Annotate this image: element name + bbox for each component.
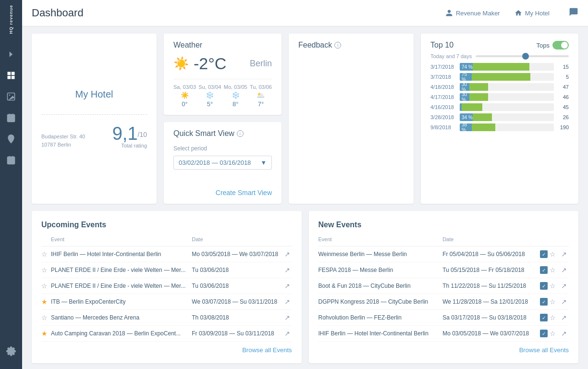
- checkbox[interactable]: ✓: [540, 250, 548, 258]
- feedback-info-icon[interactable]: i: [334, 42, 341, 49]
- event-name: PLANET ERDE II / Eine Erde - viele Welte…: [51, 262, 192, 278]
- table-row: ★ Auto Camping Caravan 2018 — Berlin Exp…: [41, 326, 292, 342]
- svg-point-10: [10, 136, 12, 138]
- star-icon[interactable]: ☆: [550, 314, 556, 321]
- top10-bar-blue: 30 %: [460, 93, 469, 101]
- top10-row-count: 190: [557, 124, 569, 130]
- hotel-rating-block: 9,1/10 Total rating: [112, 124, 147, 148]
- chat-icon[interactable]: [569, 7, 578, 19]
- chart-icon[interactable]: ↗: [284, 282, 290, 290]
- new-browse-link[interactable]: Browse all Events: [318, 346, 569, 354]
- forecast-day-1: Su, 03/04 ❄️ 5°: [198, 84, 221, 108]
- star-icon[interactable]: ☆: [550, 266, 556, 274]
- tops-toggle-switch[interactable]: [552, 41, 569, 49]
- table-row: ☆ PLANET ERDE II / Eine Erde - viele Wel…: [41, 262, 292, 278]
- forecast-icon-2: ❄️: [224, 91, 247, 99]
- qsv-info-icon[interactable]: i: [237, 130, 244, 137]
- top10-bar-green: [473, 63, 529, 71]
- sidebar-item-settings[interactable]: [6, 341, 16, 362]
- sidebar-item-grid[interactable]: [0, 65, 22, 86]
- chart-icon[interactable]: ↗: [561, 266, 567, 274]
- hotel-name: My Hotel: [75, 89, 113, 100]
- event-name: Rohvolution Berlin — FEZ-Berlin: [318, 310, 443, 326]
- star-icon[interactable]: ☆: [550, 330, 556, 337]
- chart-icon[interactable]: ↗: [561, 282, 567, 290]
- checkbox[interactable]: ✓: [540, 282, 548, 290]
- top10-row: 3/17/2018 74 % 15: [430, 63, 569, 71]
- revenue-maker-nav[interactable]: Revenue Maker: [445, 9, 500, 17]
- hotel-card: My Hotel Budapester Str. 40 10787 Berlin…: [32, 34, 157, 204]
- top10-bar-blue: 75 %: [460, 73, 472, 81]
- upcoming-events-title: Upcoming Events: [41, 221, 292, 229]
- chart-icon[interactable]: ↗: [284, 314, 290, 321]
- star-icon[interactable]: ☆: [41, 250, 48, 258]
- top10-row: 9/8/2018 38 % 190: [430, 123, 569, 131]
- event-date: Tu 03/06/2018: [192, 278, 282, 294]
- top10-row-count: 15: [557, 64, 569, 70]
- top10-row-date: 9/8/2018: [430, 124, 457, 130]
- top10-title: Top 10: [430, 41, 453, 49]
- forecast-day-0: Sa, 03/03 ☀️ 0°: [173, 84, 196, 108]
- top10-row-date: 3/28/2018: [430, 114, 457, 120]
- revenue-maker-label: Revenue Maker: [456, 10, 500, 17]
- star-icon[interactable]: ☆: [41, 314, 48, 321]
- tops-toggle[interactable]: Tops: [537, 41, 569, 49]
- upcoming-browse-link[interactable]: Browse all Events: [41, 346, 292, 354]
- event-date: Tu 05/15/2018 — Fr 05/18/2018: [442, 262, 540, 278]
- top10-row-count: 45: [557, 104, 569, 110]
- chart-icon[interactable]: ↗: [284, 330, 290, 337]
- star-icon[interactable]: ★: [41, 330, 48, 337]
- chart-icon[interactable]: ↗: [284, 266, 290, 274]
- my-hotel-label: My Hotel: [525, 10, 550, 17]
- checkbox[interactable]: ✓: [540, 314, 548, 321]
- event-name: IHIF Berlin — Hotel Inter-Continental Be…: [51, 246, 192, 262]
- hotel-divider: [41, 114, 147, 115]
- chart-icon[interactable]: ↗: [561, 250, 567, 258]
- chart-icon[interactable]: ↗: [561, 330, 567, 337]
- top10-row-date: 3/17/2018: [430, 64, 457, 70]
- chart-icon[interactable]: ↗: [561, 314, 567, 321]
- top10-bar-green: [472, 123, 495, 131]
- sidebar-item-pin[interactable]: [0, 128, 22, 149]
- checkbox[interactable]: ✓: [540, 330, 548, 337]
- chart-icon[interactable]: ↗: [284, 298, 290, 306]
- sidebar-item-image[interactable]: [0, 86, 22, 107]
- qsv-period-label: Select period: [173, 145, 272, 152]
- weather-forecast: Sa, 03/03 ☀️ 0° Su, 03/04 ❄️ 5° Mo, 03/0…: [173, 79, 272, 108]
- star-icon[interactable]: ☆: [41, 266, 48, 274]
- svg-rect-0: [8, 72, 11, 75]
- weather-city: Berlin: [250, 59, 272, 69]
- quick-smart-view-card: Quick Smart View i Select period 03/02/2…: [164, 122, 282, 204]
- chart-icon[interactable]: ↗: [561, 298, 567, 306]
- chart-icon[interactable]: ↗: [284, 250, 290, 258]
- star-icon[interactable]: ☆: [550, 250, 556, 258]
- slider-track[interactable]: [476, 55, 569, 57]
- star-icon[interactable]: ★: [41, 298, 48, 306]
- table-row: DGPPN Kongress 2018 — CityCube Berlin We…: [318, 294, 569, 310]
- qsv-create-link[interactable]: Create Smart View: [173, 189, 272, 197]
- hotel-rating-value: 9,1: [112, 123, 138, 144]
- checkbox[interactable]: ✓: [540, 266, 548, 274]
- sidebar-item-calendar2[interactable]: [0, 149, 22, 171]
- table-row: ☆ PLANET ERDE II / Eine Erde - viele Wel…: [41, 278, 292, 294]
- star-icon[interactable]: ☆: [41, 282, 48, 290]
- top10-bar-green: [473, 113, 491, 121]
- sidebar-logo: HQ revenue: [9, 5, 13, 34]
- forecast-icon-3: 🌥️: [250, 91, 272, 99]
- table-row: Weinmesse Berlin — Messe Berlin Fr 05/04…: [318, 246, 569, 262]
- sidebar-item-arrow[interactable]: [0, 44, 22, 65]
- top10-header: Top 10 Tops: [430, 41, 569, 49]
- checkbox[interactable]: ✓: [540, 298, 548, 306]
- sidebar-item-calendar[interactable]: [0, 107, 22, 128]
- person-icon: [445, 9, 453, 17]
- svg-rect-3: [12, 75, 15, 79]
- qsv-period-selector[interactable]: 03/02/2018 — 03/16/2018 ▼: [173, 156, 272, 170]
- star-icon[interactable]: ☆: [550, 282, 556, 290]
- upcoming-col-event: Event: [51, 236, 192, 246]
- my-hotel-nav[interactable]: My Hotel: [514, 9, 550, 17]
- star-icon[interactable]: ☆: [550, 298, 556, 306]
- new-col-event: Event: [318, 236, 443, 246]
- event-name: Santiano — Mercedes Benz Arena: [51, 310, 192, 326]
- new-events-card: New Events Event Date Weinmesse Berlin —…: [309, 211, 579, 363]
- event-date: We 03/07/2018 — Su 03/11/2018: [192, 294, 282, 310]
